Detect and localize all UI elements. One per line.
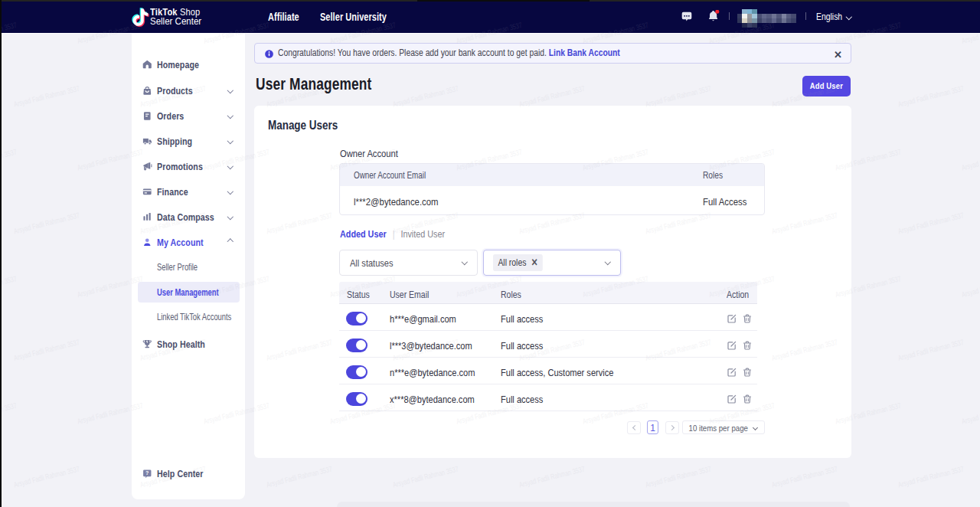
svg-text:Arsyad Fadli Rahman 3537: Arsyad Fadli Rahman 3537 (897, 211, 965, 235)
svg-text:Arsyad Fadli Rahman 3537: Arsyad Fadli Rahman 3537 (13, 211, 80, 235)
svg-text:Arsyad Fadli Rahman 3537: Arsyad Fadli Rahman 3537 (0, 274, 18, 299)
svg-text:Arsyad Fadli Rahman 3537: Arsyad Fadli Rahman 3537 (392, 465, 459, 489)
svg-text:Arsyad Fadli Rahman 3537: Arsyad Fadli Rahman 3537 (266, 465, 333, 489)
svg-text:Arsyad Fadli Rahman 3537: Arsyad Fadli Rahman 3537 (897, 338, 965, 362)
svg-text:Arsyad Fadli Rahman 3537: Arsyad Fadli Rahman 3537 (645, 84, 712, 109)
svg-text:Arsyad Fadli Rahman 3537: Arsyad Fadli Rahman 3537 (961, 274, 980, 299)
svg-text:Arsyad Fadli Rahman 3537: Arsyad Fadli Rahman 3537 (961, 148, 980, 172)
svg-text:Arsyad Fadli Rahman 3537: Arsyad Fadli Rahman 3537 (0, 148, 18, 172)
svg-text:Arsyad Fadli Rahman 3537: Arsyad Fadli Rahman 3537 (13, 465, 80, 489)
svg-text:Arsyad Fadli Rahman 3537: Arsyad Fadli Rahman 3537 (13, 338, 80, 362)
svg-text:Arsyad Fadli Rahman 3537: Arsyad Fadli Rahman 3537 (392, 84, 459, 109)
svg-text:Arsyad Fadli Rahman 3537: Arsyad Fadli Rahman 3537 (897, 84, 965, 109)
svg-text:Arsyad Fadli Rahman 3537: Arsyad Fadli Rahman 3537 (961, 401, 980, 426)
svg-text:Arsyad Fadli Rahman 3537: Arsyad Fadli Rahman 3537 (645, 465, 712, 489)
svg-text:Arsyad Fadli Rahman 3537: Arsyad Fadli Rahman 3537 (897, 465, 965, 489)
svg-text:Arsyad Fadli Rahman 3537: Arsyad Fadli Rahman 3537 (771, 465, 838, 489)
svg-text:?: ? (145, 470, 149, 476)
svg-text:Arsyad Fadli Rahman 3537: Arsyad Fadli Rahman 3537 (13, 84, 80, 109)
svg-text:Arsyad Fadli Rahman 3537: Arsyad Fadli Rahman 3537 (0, 401, 18, 426)
svg-text:Arsyad Fadli Rahman 3537: Arsyad Fadli Rahman 3537 (518, 465, 586, 489)
svg-text:Arsyad Fadli Rahman 3537: Arsyad Fadli Rahman 3537 (518, 84, 586, 109)
